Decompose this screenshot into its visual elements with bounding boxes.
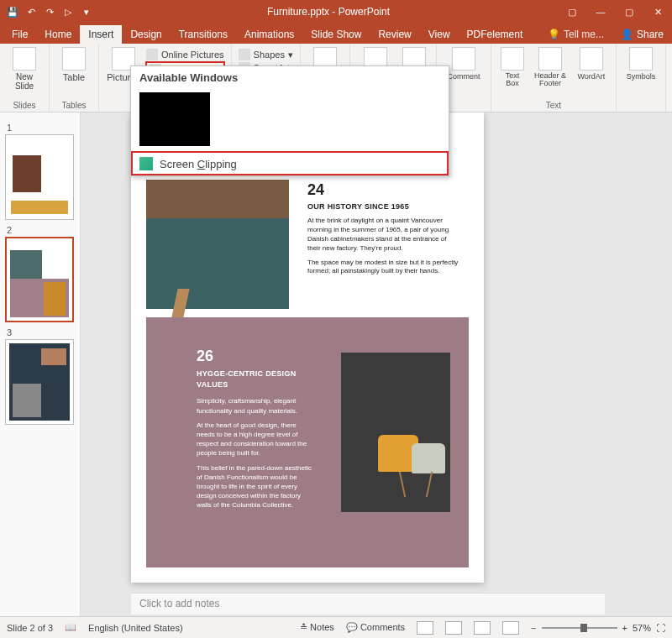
slide-thumbnails-panel: 1 2 3 [0, 112, 81, 616]
tab-home[interactable]: Home [36, 25, 80, 44]
bulb-icon: 💡 [548, 29, 560, 40]
share-button[interactable]: 👤Share [612, 25, 672, 44]
normal-view-button[interactable] [417, 621, 433, 635]
table-button[interactable]: Table [56, 47, 92, 82]
slide-thumbnail-1[interactable] [5, 134, 74, 220]
screenshot-dd-title: Available Windows [131, 66, 449, 89]
values-p2: At the heart of good design, there needs… [197, 421, 314, 458]
spellcheck-icon[interactable]: 📖 [65, 622, 76, 633]
online-pictures-button[interactable]: Online Pictures [146, 49, 224, 60]
new-slide-icon [13, 47, 36, 71]
share-label: Share [637, 29, 664, 40]
tab-file[interactable]: File [3, 25, 36, 44]
sofa-image [146, 180, 289, 309]
thumb-number-2: 2 [7, 225, 75, 235]
chair-legs-shape [396, 472, 435, 497]
textbox-label: Text Box [498, 72, 527, 88]
tab-view[interactable]: View [420, 25, 459, 44]
redo-icon[interactable]: ↷ [42, 4, 57, 19]
tab-pdfelement[interactable]: PDFelement [459, 25, 532, 44]
textbox-button[interactable]: Text Box [498, 47, 527, 88]
wordart-label: WordArt [577, 72, 605, 81]
group-label-slides: Slides [7, 101, 42, 110]
screen-clipping-item[interactable]: Screen Clipping [131, 151, 449, 175]
ribbon-options-icon[interactable]: ▢ [558, 0, 586, 24]
textbox-icon [501, 47, 524, 71]
maximize-button[interactable]: ▢ [615, 0, 643, 24]
comments-toggle[interactable]: 💬 Comments [346, 622, 405, 633]
online-pictures-icon [146, 49, 158, 60]
ribbon-tabs: File Home Insert Design Transitions Anim… [0, 24, 672, 44]
save-icon[interactable]: 💾 [5, 4, 20, 19]
undo-icon[interactable]: ↶ [24, 4, 39, 19]
tab-design[interactable]: Design [122, 25, 170, 44]
zoom-controls: − + 57% ⛶ [531, 623, 665, 633]
slide-editor[interactable]: Table of Contents 24 OUR HISTORY SINCE 1… [81, 112, 672, 616]
tab-slideshow[interactable]: Slide Show [302, 25, 370, 44]
reading-view-button[interactable] [474, 621, 491, 635]
tab-animations[interactable]: Animations [236, 25, 302, 44]
new-slide-button[interactable]: New Slide [7, 47, 42, 91]
tab-insert[interactable]: Insert [80, 25, 122, 44]
shapes-label: Shapes [254, 50, 285, 60]
group-label-tables: Tables [56, 101, 92, 110]
symbols-label: Symbols [627, 72, 656, 81]
zoom-slider[interactable] [542, 627, 617, 629]
symbols-icon [629, 47, 653, 71]
group-label-text: Text [498, 101, 609, 110]
qat-more-icon[interactable]: ▾ [79, 4, 94, 19]
share-icon: 👤 [621, 29, 633, 40]
quick-access-toolbar: 💾 ↶ ↷ ▷ ▾ [0, 4, 99, 19]
history-number: 24 [307, 180, 459, 200]
slide-canvas[interactable]: Table of Contents 24 OUR HISTORY SINCE 1… [131, 112, 484, 583]
notes-toggle[interactable]: ≛ Notes [300, 622, 334, 633]
zoom-in-button[interactable]: + [622, 623, 627, 633]
online-pictures-label: Online Pictures [161, 50, 224, 60]
thumb-number-1: 1 [7, 123, 75, 133]
tell-me[interactable]: 💡Tell me... [539, 25, 612, 44]
shapes-icon [239, 49, 250, 60]
shapes-button[interactable]: Shapes▾ [239, 49, 293, 60]
comment-label: Comment [447, 72, 480, 81]
group-text: Text Box Header & Footer WordArt Text [491, 44, 617, 112]
tab-transitions[interactable]: Transitions [171, 25, 236, 44]
ribbon: New Slide Slides Table Tables Pictures O… [0, 44, 672, 112]
tab-review[interactable]: Review [370, 25, 419, 44]
beige-chair-shape [412, 443, 445, 473]
values-text: 26 HYGGE-CENTRIC DESIGN VALUES Simplicit… [197, 346, 314, 515]
values-p1: Simplicity, craftsmanship, elegant funct… [197, 396, 314, 415]
title-bar: 💾 ↶ ↷ ▷ ▾ Furniture.pptx - PowerPoint ▢ … [0, 0, 672, 24]
table-label: Table [63, 72, 85, 82]
notes-pane[interactable]: Click to add notes [131, 593, 605, 614]
zoom-out-button[interactable]: − [531, 623, 536, 633]
slideshow-view-button[interactable] [502, 621, 519, 635]
zoom-value[interactable]: 57% [633, 623, 651, 633]
header-footer-button[interactable]: Header & Footer [532, 47, 569, 88]
values-number: 26 [197, 346, 314, 367]
status-bar: Slide 2 of 3 📖 English (United States) ≛… [0, 616, 672, 638]
symbols-button[interactable]: Symbols [623, 47, 659, 81]
slide-thumbnail-2[interactable] [5, 237, 74, 322]
wordart-button[interactable]: WordArt [574, 47, 609, 81]
values-block: 26 HYGGE-CENTRIC DESIGN VALUES Simplicit… [146, 317, 469, 567]
history-text: 24 OUR HISTORY SINCE 1965 At the brink o… [307, 180, 459, 281]
new-slide-label: New Slide [7, 72, 42, 91]
header-footer-label: Header & Footer [532, 72, 569, 88]
minimize-button[interactable]: — [586, 0, 615, 24]
screen-clipping-icon [139, 157, 153, 170]
available-window-thumb[interactable] [139, 92, 210, 146]
slideshow-icon[interactable]: ▷ [60, 4, 76, 19]
screenshot-thumbnails [131, 89, 449, 151]
close-button[interactable]: ✕ [643, 0, 672, 24]
thumb-number-3: 3 [7, 327, 75, 337]
status-language[interactable]: English (United States) [88, 623, 183, 633]
comment-button[interactable]: Comment [444, 47, 484, 81]
history-p1: At the brink of daylight on a quaint Van… [307, 217, 459, 253]
workspace: 1 2 3 Table of Contents 24 OUR HISTORY S… [0, 112, 672, 616]
group-slides: New Slide Slides [0, 44, 50, 112]
zoom-slider-thumb[interactable] [580, 624, 587, 632]
table-icon [62, 47, 86, 71]
slide-thumbnail-3[interactable] [5, 339, 74, 425]
fit-to-window-button[interactable]: ⛶ [656, 623, 665, 633]
sorter-view-button[interactable] [445, 621, 462, 635]
